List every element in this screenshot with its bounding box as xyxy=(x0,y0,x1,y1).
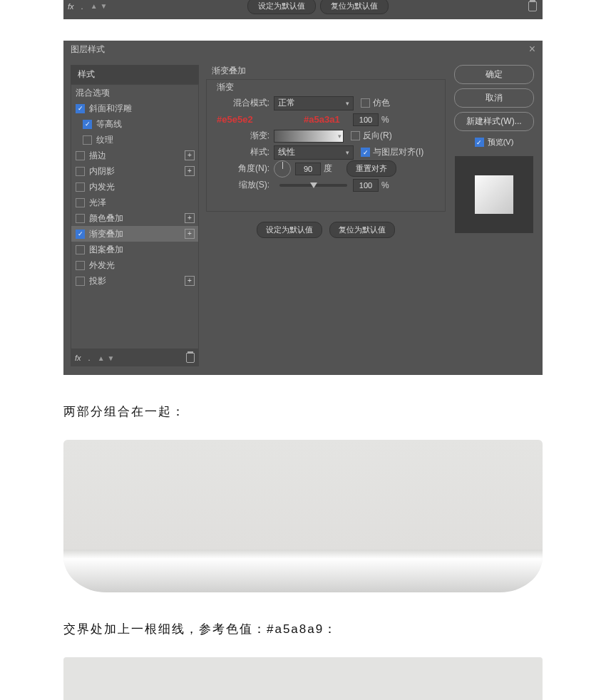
cancel-button[interactable]: 取消 xyxy=(454,88,534,108)
style-checkbox[interactable] xyxy=(76,277,85,286)
style-label: 混合选项 xyxy=(76,87,110,99)
preview-thumbnail xyxy=(455,156,533,233)
style-label: 投影 xyxy=(89,275,106,287)
fx-label: fx xyxy=(68,2,74,11)
scale-label: 缩放(S): xyxy=(214,179,269,191)
style-label: 渐变叠加 xyxy=(89,228,123,240)
close-icon[interactable]: × xyxy=(529,41,535,58)
add-effect-icon[interactable]: + xyxy=(185,166,195,176)
angle-input[interactable]: 90 xyxy=(295,163,321,175)
result-image-2 xyxy=(63,657,543,700)
settings-title: 渐变叠加 xyxy=(212,65,446,77)
style-label: 内阴影 xyxy=(89,165,115,177)
new-style-button[interactable]: 新建样式(W)... xyxy=(454,112,534,131)
dialog-title: 图层样式 xyxy=(71,41,105,58)
style-row-6[interactable]: 内发光 xyxy=(71,179,198,195)
style-label: 纹理 xyxy=(96,134,113,146)
style-checkbox[interactable] xyxy=(76,167,85,176)
reset-align-button[interactable]: 重置对齐 xyxy=(346,160,396,177)
style-row-9[interactable]: ✓渐变叠加+ xyxy=(71,226,198,242)
style-checkbox[interactable] xyxy=(83,135,92,145)
style-checkbox[interactable] xyxy=(76,245,85,254)
style-label: 斜面和浮雕 xyxy=(89,103,132,115)
style-row-3[interactable]: 纹理 xyxy=(71,132,198,148)
style-label: 样式: xyxy=(214,146,269,158)
style-row-10[interactable]: 图案叠加 xyxy=(71,242,198,257)
article-paragraph-1: 两部分组合在一起： xyxy=(63,403,543,420)
style-row-5[interactable]: 内阴影+ xyxy=(71,163,198,179)
set-default-button[interactable]: 设定为默认值 xyxy=(257,222,322,238)
color-annotation-1: #e5e5e2 xyxy=(217,114,253,125)
style-checkbox[interactable]: ✓ xyxy=(76,230,85,239)
add-effect-icon[interactable]: + xyxy=(185,276,195,286)
scale-input[interactable]: 100 xyxy=(353,179,379,192)
set-default-button[interactable]: 设定为默认值 xyxy=(247,0,316,14)
reverse-checkbox[interactable] xyxy=(351,131,360,140)
style-row-2[interactable]: ✓等高线 xyxy=(71,116,198,132)
result-image-1 xyxy=(63,440,543,592)
trash-icon[interactable] xyxy=(186,353,195,363)
style-row-7[interactable]: 光泽 xyxy=(71,195,198,210)
add-effect-icon[interactable]: + xyxy=(185,150,195,160)
layer-style-dialog: 图层样式 × 样式 混合选项✓斜面和浮雕✓等高线纹理描边+内阴影+内发光光泽颜色… xyxy=(63,41,543,375)
preview-checkbox[interactable]: ✓ xyxy=(475,138,484,147)
style-checkbox[interactable] xyxy=(76,261,85,270)
dither-checkbox[interactable] xyxy=(361,98,370,108)
opacity-input[interactable]: 100 xyxy=(353,113,379,126)
prev-panel-footer: fx . ▲ ▼ 设定为默认值 复位为默认值 xyxy=(63,0,543,19)
align-checkbox[interactable]: ✓ xyxy=(361,148,370,157)
arrow-up-icon[interactable]: ▲ xyxy=(98,354,105,362)
reset-default-button[interactable]: 复位为默认值 xyxy=(329,222,395,238)
arrow-down-icon[interactable]: ▼ xyxy=(108,354,115,362)
blend-mode-label: 混合模式: xyxy=(214,97,269,109)
style-label: 等高线 xyxy=(96,118,122,130)
style-label: 内发光 xyxy=(89,181,115,193)
style-checkbox[interactable]: ✓ xyxy=(76,104,85,113)
style-label: 光泽 xyxy=(89,197,106,209)
style-label: 外发光 xyxy=(89,259,115,272)
style-row-11[interactable]: 外发光 xyxy=(71,257,198,273)
reset-default-button[interactable]: 复位为默认值 xyxy=(320,0,389,14)
gradient-style-select[interactable]: 线性▾ xyxy=(274,145,354,160)
style-row-1[interactable]: ✓斜面和浮雕 xyxy=(71,101,198,116)
ok-button[interactable]: 确定 xyxy=(454,65,534,84)
add-effect-icon[interactable]: + xyxy=(185,229,195,239)
style-checkbox[interactable] xyxy=(76,214,85,223)
style-checkbox[interactable]: ✓ xyxy=(83,120,92,129)
style-label: 图案叠加 xyxy=(89,244,123,256)
style-label: 描边 xyxy=(89,150,106,162)
style-row-8[interactable]: 颜色叠加+ xyxy=(71,210,198,226)
arrow-up-icon[interactable]: ▲ xyxy=(91,2,98,10)
angle-label: 角度(N): xyxy=(214,163,269,175)
style-checkbox[interactable] xyxy=(76,151,85,160)
arrow-down-icon[interactable]: ▼ xyxy=(101,2,108,10)
style-row-12[interactable]: 投影+ xyxy=(71,273,198,289)
add-effect-icon[interactable]: + xyxy=(185,213,195,223)
scale-slider[interactable] xyxy=(279,184,347,187)
settings-subtitle: 渐变 xyxy=(214,81,237,93)
styles-list: 混合选项✓斜面和浮雕✓等高线纹理描边+内阴影+内发光光泽颜色叠加+✓渐变叠加+图… xyxy=(71,84,199,349)
style-row-0[interactable]: 混合选项 xyxy=(71,85,198,101)
style-checkbox[interactable] xyxy=(76,182,85,192)
style-row-4[interactable]: 描边+ xyxy=(71,148,198,163)
article-paragraph-2: 交界处加上一根细线，参考色值：#a5a8a9： xyxy=(63,621,543,637)
style-checkbox[interactable] xyxy=(76,198,85,207)
trash-icon[interactable] xyxy=(528,1,537,11)
blend-mode-select[interactable]: 正常▾ xyxy=(274,96,354,110)
style-label: 颜色叠加 xyxy=(89,212,123,225)
gradient-picker[interactable]: ▾ xyxy=(274,130,344,143)
angle-dial[interactable] xyxy=(274,160,291,177)
styles-header: 样式 xyxy=(71,65,199,84)
gradient-label: 渐变: xyxy=(214,130,269,142)
